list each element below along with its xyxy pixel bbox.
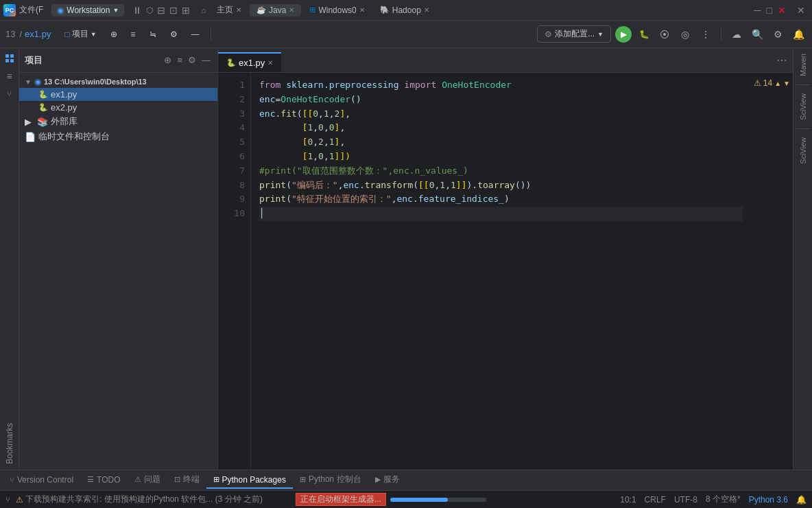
tab-services[interactable]: ▶ 服务: [368, 471, 407, 489]
tab-home-label: 主页: [217, 4, 233, 16]
notifications-btn[interactable]: 🔔: [790, 26, 807, 43]
format-icon: ≡: [131, 30, 136, 39]
view-icon2[interactable]: ⊡: [169, 5, 178, 16]
main-layout: ≡ ⑂ Bookmarks 项目 ⊕ ≡ ⚙ — ▼ ◉ 13 C:\Users…: [0, 48, 812, 470]
tab-python-packages[interactable]: ⊞ Python Packages: [206, 472, 293, 489]
structure-panel-icon[interactable]: ≡: [2, 69, 17, 84]
sciview2-panel-label[interactable]: SciView: [796, 135, 810, 167]
workstation-tab[interactable]: ◉ Workstation ▼: [51, 4, 124, 16]
workstation-dropdown-icon: ▼: [112, 7, 119, 14]
indent-btn[interactable]: ≒: [144, 27, 162, 41]
warning-chevron-up[interactable]: ▲: [774, 80, 781, 87]
python-version[interactable]: Python 3.6: [749, 495, 788, 505]
ft-locate-icon[interactable]: ⊕: [163, 54, 173, 67]
more-run-btn[interactable]: ⋮: [697, 26, 714, 43]
temp-icon: 📄: [25, 132, 36, 142]
format-btn[interactable]: ≡: [126, 27, 141, 41]
line-num-1: 1: [218, 78, 245, 93]
tab-java[interactable]: ☕ Java ✕: [250, 4, 301, 16]
tree-item-external-libs[interactable]: ▶ 📚 外部库: [19, 114, 217, 129]
tab-py-icon: 🐍: [226, 58, 236, 67]
project-panel-icon[interactable]: [2, 51, 17, 66]
right-panel-sep: [796, 84, 810, 85]
run-config-button[interactable]: ⚙ 添加配置... ▼: [537, 25, 611, 43]
maximize-btn[interactable]: □: [767, 5, 772, 16]
status-left: ⑂ ⚠ 下载预构建共享索引: 使用预构建的Python 软件包... (3 分钟…: [5, 493, 614, 506]
root-label: 13 C:\Users\win0\Desktop\13: [44, 78, 147, 86]
warning-chevron-down[interactable]: ▼: [783, 80, 790, 87]
line-ending[interactable]: CRLF: [645, 495, 666, 505]
problems-icon: ⚠: [134, 475, 141, 484]
file-menu[interactable]: 文件(F: [19, 4, 43, 16]
code-line-1: from sklearn.preprocessing import OneHot…: [259, 78, 743, 93]
tab-windows-close[interactable]: ✕: [359, 6, 365, 14]
close-btn[interactable]: ✕: [778, 5, 786, 16]
services-icon: ▶: [375, 475, 381, 484]
search-btn[interactable]: 🔍: [749, 26, 765, 43]
warning-count: 14: [763, 78, 772, 88]
structure-btn[interactable]: ⊕: [105, 27, 123, 41]
tree-item-ex2[interactable]: 🐍 ex2.py: [19, 101, 217, 114]
indent-info[interactable]: 8 个空格*: [706, 494, 741, 505]
ex1-label: ex1.py: [51, 89, 77, 100]
editor-tab-close[interactable]: ✕: [267, 59, 273, 67]
line-num-5: 5: [218, 135, 245, 150]
share-icon[interactable]: ⬡: [146, 5, 153, 15]
ft-close-icon[interactable]: —: [200, 54, 212, 67]
vcs-panel-icon[interactable]: ⑂: [2, 86, 17, 102]
line-num-10: 10: [218, 207, 245, 221]
code-editor[interactable]: from sklearn.preprocessing import OneHot…: [251, 73, 751, 470]
ft-collapse-icon[interactable]: ≡: [176, 54, 184, 67]
coverage-btn[interactable]: ⦿: [656, 26, 673, 43]
project-dropdown-icon: ▼: [91, 31, 97, 38]
debug-button[interactable]: 🐛: [636, 26, 652, 43]
root-expand-icon: ▼: [25, 78, 32, 86]
tab-java-close[interactable]: ✕: [289, 6, 294, 14]
collapse-btn[interactable]: —: [186, 27, 205, 41]
settings-btn[interactable]: ⚙: [165, 27, 183, 41]
cursor-position[interactable]: 10:1: [620, 495, 636, 505]
vcs-btn[interactable]: ☁: [728, 26, 745, 43]
maven-panel-label[interactable]: Maven: [796, 51, 810, 79]
tab-todo[interactable]: ☰ TODO: [80, 472, 127, 489]
file-tree-title: 项目: [25, 54, 43, 67]
pause-icon[interactable]: ⏸: [132, 5, 142, 16]
packages-label: Python Packages: [222, 475, 286, 485]
sciview-panel-label[interactable]: SciView: [796, 91, 810, 123]
file-tree-header: 项目 ⊕ ≡ ⚙ —: [19, 48, 217, 73]
tab-java-label: Java: [269, 5, 286, 15]
settings-gear-btn[interactable]: ⚙: [769, 26, 786, 43]
ft-settings-icon[interactable]: ⚙: [187, 54, 198, 67]
status-right: 10:1 CRLF UTF-8 8 个空格* Python 3.6 🔔: [620, 494, 807, 505]
title-bar: PC 文件(F ◉ Workstation ▼ ⏸ ⬡ ⊟ ⊡ ⊞ ⌂ 主页 ✕…: [0, 0, 812, 21]
view-icon1[interactable]: ⊟: [157, 5, 165, 16]
warning-triangle-icon: ⚠: [754, 78, 761, 88]
code-line-4: [1,0,0],: [259, 121, 743, 135]
status-progress-area: 正在启动框架生成器...: [296, 493, 486, 506]
tree-item-temp[interactable]: 📄 临时文件和控制台: [19, 129, 217, 144]
tab-home-close[interactable]: ✕: [236, 6, 241, 14]
encoding[interactable]: UTF-8: [674, 495, 697, 505]
editor-tab-more[interactable]: ⋯: [771, 54, 793, 67]
tab-home[interactable]: 主页 ✕: [210, 3, 248, 17]
main-toolbar: 13 / ex1.py □ 项目 ▼ ⊕ ≡ ≒ ⚙ — ⚙ 添加配置... ▼…: [0, 21, 812, 48]
branch-icon: ⑂: [5, 495, 10, 505]
run-button[interactable]: ▶: [615, 26, 632, 43]
tab-hadoop-close[interactable]: ✕: [424, 6, 429, 14]
tree-item-ex1[interactable]: 🐍 ex1.py: [19, 88, 217, 101]
minimize-btn[interactable]: ─: [754, 5, 761, 16]
tab-windows0[interactable]: ⊞ Windows0 ✕: [302, 4, 371, 16]
line-num-8: 8: [218, 178, 245, 193]
tree-root[interactable]: ▼ ◉ 13 C:\Users\win0\Desktop\13: [19, 76, 217, 88]
view-icon3[interactable]: ⊞: [182, 5, 190, 16]
project-toggle[interactable]: □ 项目 ▼: [59, 26, 102, 42]
tab-problems[interactable]: ⚠ 问题: [128, 471, 167, 489]
editor-tab-ex1[interactable]: 🐍 ex1.py ✕: [218, 52, 281, 72]
tab-hadoop[interactable]: 🐘 Hadoop ✕: [373, 4, 436, 16]
tab-python-console[interactable]: ⊞ Python 控制台: [293, 471, 368, 489]
bookmarks-panel-icon[interactable]: Bookmarks: [3, 417, 16, 470]
tab-version-control[interactable]: ⑂ Version Control: [3, 472, 80, 489]
profile-btn[interactable]: ◎: [677, 26, 693, 43]
secondary-close-btn[interactable]: ✕: [797, 5, 805, 16]
tab-terminal[interactable]: ⊡ 终端: [167, 471, 206, 489]
